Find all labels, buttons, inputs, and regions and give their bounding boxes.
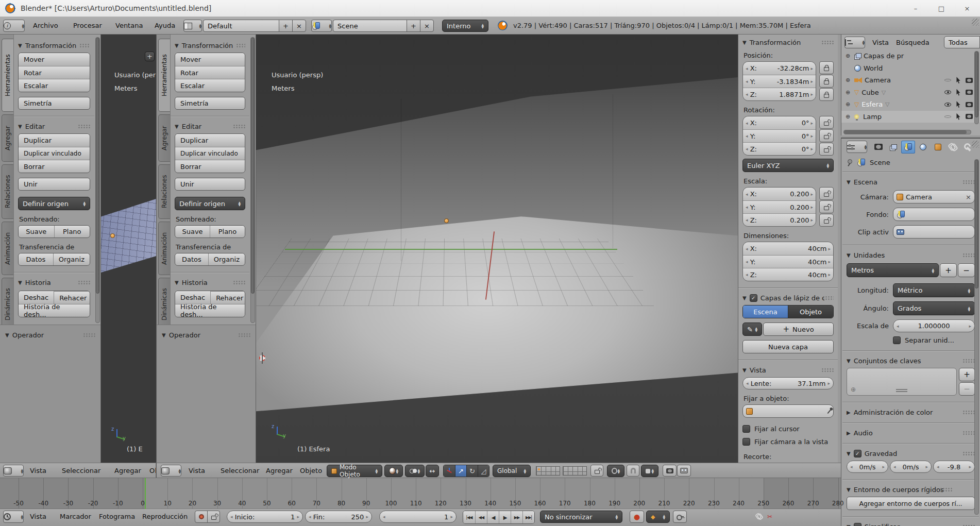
selectable-icon[interactable]: [956, 77, 961, 83]
prev-keyframe-button[interactable]: ◀◀: [475, 511, 487, 523]
lock-cursor-row[interactable]: Fijar al cursor: [742, 425, 834, 433]
timeline-editor-type-button[interactable]: ▲▼: [3, 511, 24, 523]
dimension-y-field[interactable]: ◂ Y:40cm▸: [743, 255, 833, 268]
sphere-object-origin[interactable]: [444, 218, 449, 223]
tab-animacion[interactable]: Animación: [2, 222, 13, 275]
panel-header-gravity[interactable]: ▼✓Gravedad: [847, 450, 975, 457]
eyedropper-icon[interactable]: [827, 409, 832, 414]
panel-header-color-management[interactable]: ▶Administración de color: [847, 409, 975, 416]
timeline-menu-vista[interactable]: Vista: [30, 513, 46, 520]
unit-system-dropdown[interactable]: Metros▲▼: [847, 263, 939, 277]
lock-location-z-button[interactable]: [819, 88, 834, 101]
panel-grip[interactable]: [79, 43, 90, 48]
selectable-icon[interactable]: [956, 113, 961, 120]
timeline-ruler[interactable]: -50-40-30-20-100102030405060708090100110…: [0, 478, 841, 509]
angle-dropdown[interactable]: Grados▲▼: [893, 301, 975, 315]
play-button[interactable]: ▶: [499, 511, 511, 523]
grease-object-toggle[interactable]: Objeto: [788, 306, 833, 318]
viewport-secondary[interactable]: Usuario (per Meters + z y (1) E: [101, 35, 156, 463]
record-button[interactable]: ●: [630, 511, 644, 523]
active-clip-field[interactable]: [893, 225, 975, 239]
join-button[interactable]: Unir: [175, 178, 245, 191]
panel-grip[interactable]: [233, 124, 245, 129]
outliner-hscrollbar[interactable]: [843, 130, 971, 134]
add-scene-button[interactable]: +: [407, 20, 420, 32]
menu-seleccionar[interactable]: Seleccionar: [221, 467, 259, 474]
editor-info-button[interactable]: i ▲▼: [3, 20, 25, 32]
outliner-editor-type-button[interactable]: ▲▼: [844, 37, 865, 48]
panel-header-transform[interactable]: ▼Transformación: [175, 42, 245, 49]
lock-location-x-button[interactable]: [819, 61, 834, 74]
timeline-menu-fotograma[interactable]: Fotograma: [99, 513, 135, 520]
keying-sets-list[interactable]: ⊕: [847, 368, 957, 396]
render-restrict-icon[interactable]: [966, 90, 973, 95]
new-layer-button[interactable]: Nueva capa: [742, 340, 834, 353]
join-button[interactable]: Unir: [18, 178, 90, 191]
location-z-field[interactable]: ◂ Z:1.8871m▸: [743, 88, 816, 100]
frame-end-field[interactable]: ◂ Fin:250 ▸: [305, 511, 372, 523]
panel-grip[interactable]: [78, 124, 90, 129]
expand-icon[interactable]: ⊕: [846, 113, 852, 120]
panel-grip[interactable]: [962, 253, 975, 258]
render-opengl-anim-button[interactable]: [677, 465, 691, 477]
layout-selector-button[interactable]: ▲▼: [183, 20, 202, 32]
hide-icon[interactable]: [944, 79, 951, 81]
selectable-icon[interactable]: [956, 89, 961, 96]
scale-button[interactable]: Escalar: [175, 79, 245, 92]
minimize-button[interactable]: –: [903, 0, 928, 16]
scale-button[interactable]: Escalar: [19, 79, 90, 92]
manipulator-axes-button[interactable]: [444, 465, 455, 477]
viewport-main[interactable]: Usuario (persp) Meters z y (1) Esfera: [256, 35, 738, 463]
tab-animacion[interactable]: Animación: [158, 222, 170, 275]
panel-header-edit[interactable]: ▼Editar: [18, 123, 90, 130]
viewport-shading-dropdown[interactable]: ▲▼: [384, 465, 403, 477]
menu-agregar[interactable]: Agregar: [266, 467, 293, 474]
next-keyframe-button[interactable]: ▶▶: [511, 511, 522, 523]
panel-grip[interactable]: [233, 280, 245, 285]
tab-relaciones[interactable]: Relaciones: [158, 164, 170, 219]
grease-new-button[interactable]: +Nuevo: [763, 323, 834, 336]
render-opengl-button[interactable]: [663, 465, 677, 477]
frame-start-field[interactable]: ◂ Inicio:1 ▸: [227, 511, 303, 523]
tool-shelf-scrollbar[interactable]: [95, 37, 100, 323]
selectable-icon[interactable]: [956, 101, 961, 108]
corner-grip[interactable]: [972, 19, 979, 26]
snap-toggle-button[interactable]: [627, 465, 639, 477]
panel-grip[interactable]: [962, 410, 975, 415]
outliner-menu-vista[interactable]: Vista: [872, 39, 889, 46]
panel-header-history[interactable]: ▼Historia: [18, 279, 90, 286]
panel-grip[interactable]: [78, 280, 90, 285]
panel-grip[interactable]: [962, 451, 975, 456]
rotation-mode-dropdown[interactable]: Euler XYZ▲▼: [742, 159, 834, 172]
menu-objeto[interactable]: Objeto: [149, 467, 156, 474]
rotation-z-field[interactable]: ◂ Z:0°▸: [743, 142, 816, 155]
panel-header-simplify[interactable]: ▼Simplificar: [847, 523, 975, 526]
menu-procesar[interactable]: Procesar: [73, 22, 102, 29]
outliner-row-lamp[interactable]: ⊕ Lamp: [841, 111, 980, 123]
gravity-z-field[interactable]: ◂-9.8▸: [933, 461, 975, 473]
panel-grip[interactable]: [940, 487, 952, 492]
lock-rotation-y-button[interactable]: [819, 129, 834, 142]
panel-header-history[interactable]: ▼Historia: [175, 279, 245, 286]
tab-constraints[interactable]: [946, 141, 960, 154]
delete-scene-button[interactable]: ×: [420, 20, 434, 32]
move-button[interactable]: Mover: [175, 53, 245, 66]
tab-agregar[interactable]: Agregar: [2, 114, 13, 162]
expand-icon[interactable]: ⊕: [846, 53, 852, 59]
layers-grid-1[interactable]: [536, 466, 560, 476]
lock-camera-checkbox[interactable]: [742, 438, 750, 446]
keying-remove-button[interactable]: −: [959, 382, 975, 396]
manipulate-center-points-button[interactable]: ↔: [426, 465, 439, 477]
shade-flat-button[interactable]: Plano: [54, 226, 90, 237]
layout-name-field[interactable]: Default: [203, 20, 279, 32]
lock-rotation-x-button[interactable]: [819, 116, 834, 129]
pivot-point-dropdown[interactable]: ▲▼: [405, 465, 425, 477]
keying-set-button[interactable]: [673, 511, 687, 523]
viewport-editor-type-button[interactable]: ▲▼: [3, 465, 24, 477]
auto-keyframe-button[interactable]: [195, 511, 208, 523]
length-dropdown[interactable]: Métrico▲▼: [893, 283, 975, 297]
location-x-field[interactable]: ◂ X:-32.28cm▸: [743, 62, 816, 75]
render-restrict-icon[interactable]: [966, 114, 973, 119]
clear-icon[interactable]: ×: [966, 193, 971, 201]
mode-dropdown[interactable]: Modo Objeto▲▼: [327, 465, 382, 477]
